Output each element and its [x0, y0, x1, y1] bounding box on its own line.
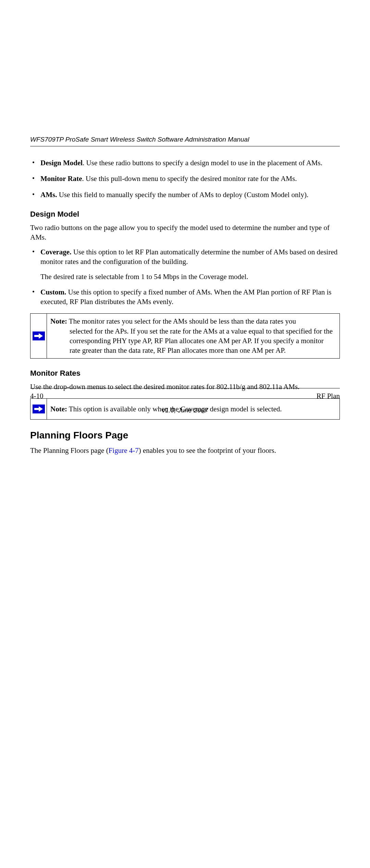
term: Monitor Rate	[40, 174, 82, 183]
para-pre: The Planning Floors page (	[30, 446, 109, 455]
list-item: Design Model. Use these radio buttons to…	[30, 158, 340, 168]
figure-link[interactable]: Figure 4-7	[109, 446, 139, 455]
term-desc: Use these radio buttons to specify a des…	[86, 159, 322, 167]
top-bullet-list: Design Model. Use these radio buttons to…	[30, 158, 340, 200]
term: Design Model	[40, 159, 83, 167]
coverage-extra: The desired rate is selectable from 1 to…	[40, 272, 340, 281]
term-desc: Use this option to let RF Plan automatic…	[40, 248, 337, 266]
footer-section: RF Plan	[317, 392, 340, 400]
term: Custom.	[40, 288, 66, 296]
running-header: WFS709TP ProSafe Smart Wireless Switch S…	[30, 136, 340, 146]
sep: .	[83, 159, 86, 167]
design-model-list-2: Custom. Use this option to specify a fix…	[30, 287, 340, 307]
planning-floors-para: The Planning Floors page (Figure 4-7) en…	[30, 446, 340, 455]
note-first-line: The monitor rates you select for the AMs…	[67, 317, 296, 325]
list-item: Monitor Rate. Use this pull-down menu to…	[30, 174, 340, 183]
list-item: Custom. Use this option to specify a fix…	[30, 287, 340, 307]
footer-rule	[30, 388, 340, 388]
page-number: 4-10	[30, 392, 44, 400]
footer-version: v1.0, June 2007	[30, 407, 340, 414]
heading-planning-floors: Planning Floors Page	[30, 430, 340, 441]
note-label: Note:	[50, 317, 67, 325]
term: Coverage.	[40, 248, 71, 256]
page-footer: 4-10 RF Plan v1.0, June 2007	[30, 388, 340, 414]
note-box-1: Note: The monitor rates you select for t…	[30, 313, 340, 358]
term-desc: Use this option to specify a fixed numbe…	[40, 288, 332, 306]
term-desc: Use this field to manually specify the n…	[59, 191, 309, 199]
para-post: ) enables you to see the footprint of yo…	[139, 446, 276, 455]
note-rest: selected for the APs. If you set the rat…	[50, 326, 335, 355]
heading-monitor-rates: Monitor Rates	[30, 369, 340, 378]
sep: .	[82, 174, 86, 183]
note-icon-cell	[30, 314, 47, 358]
footer-row: 4-10 RF Plan	[30, 392, 340, 400]
term: AMs.	[40, 191, 57, 199]
list-item: Coverage. Use this option to let RF Plan…	[30, 247, 340, 267]
design-model-list: Coverage. Use this option to let RF Plan…	[30, 247, 340, 267]
design-model-intro: Two radio buttons on the page allow you …	[30, 223, 340, 242]
note-text: Note: The monitor rates you select for t…	[47, 314, 340, 358]
arrow-right-icon	[33, 331, 45, 340]
heading-design-model: Design Model	[30, 210, 340, 219]
list-item: AMs. Use this field to manually specify …	[30, 190, 340, 200]
term-desc: Use this pull-down menu to specify the d…	[86, 174, 297, 183]
